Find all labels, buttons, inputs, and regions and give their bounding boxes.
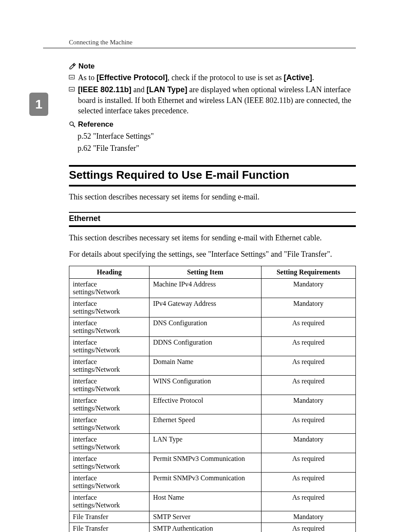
bullet-icon (69, 87, 75, 91)
table-cell: Mandatory (261, 511, 355, 523)
table-cell: Mandatory (261, 279, 355, 298)
table-cell: As required (261, 492, 355, 511)
table-cell: DNS Configuration (149, 317, 261, 337)
table-cell: File Transfer (69, 523, 149, 532)
table-row: interface settings/NetworkHost NameAs re… (69, 492, 356, 511)
table-cell: interface settings/Network (69, 453, 149, 473)
subsection-title: Ethernet (69, 214, 356, 223)
reference-label: Reference (78, 120, 113, 129)
table-cell: interface settings/Network (69, 337, 149, 356)
svg-line-1 (73, 125, 75, 128)
note-text: [IEEE 802.11b] and [LAN Type] are displa… (78, 84, 356, 116)
table-row: interface settings/NetworkIPv4 Gateway A… (69, 298, 356, 317)
table-cell: As required (261, 523, 355, 532)
reference-lines: p.52 "Interface Settings" p.62 "File Tra… (78, 131, 356, 155)
table-cell: Effective Protocol (149, 395, 261, 414)
table-cell: LAN Type (149, 434, 261, 453)
table-row: interface settings/NetworkLAN TypeMandat… (69, 434, 356, 453)
table-row: interface settings/NetworkWINS Configura… (69, 376, 356, 395)
table-row: interface settings/NetworkEffective Prot… (69, 395, 356, 414)
table-cell: Domain Name (149, 356, 261, 376)
table-header: Heading (69, 266, 149, 279)
table-cell: As required (261, 473, 355, 492)
subsection-para: For details about specifying the setting… (69, 249, 356, 260)
table-cell: interface settings/Network (69, 414, 149, 434)
table-cell: SMTP Server (149, 511, 261, 523)
table-cell: interface settings/Network (69, 395, 149, 414)
running-head: Connecting the Machine (43, 39, 356, 48)
table-cell: As required (261, 337, 355, 356)
table-cell: interface settings/Network (69, 356, 149, 376)
table-cell: As required (261, 453, 355, 473)
settings-table: Heading Setting Item Setting Requirement… (69, 266, 356, 532)
magnifier-icon (69, 121, 75, 128)
table-cell: interface settings/Network (69, 317, 149, 337)
reference-line: p.52 "Interface Settings" (78, 131, 356, 143)
table-row: interface settings/NetworkPermit SNMPv3 … (69, 473, 356, 492)
table-cell: File Transfer (69, 511, 149, 523)
svg-point-0 (70, 122, 73, 125)
note-text: As to [Effective Protocol], check if the… (78, 72, 314, 83)
section-title: Settings Required to Use E-mail Function (69, 168, 356, 182)
table-cell: Mandatory (261, 434, 355, 453)
note-item: [IEEE 802.11b] and [LAN Type] are displa… (69, 84, 356, 116)
bullet-icon (69, 75, 75, 79)
reference-line: p.62 "File Transfer" (78, 143, 356, 155)
table-cell: Mandatory (261, 395, 355, 414)
table-row: interface settings/NetworkDNS Configurat… (69, 317, 356, 337)
table-cell: Machine IPv4 Address (149, 279, 261, 298)
table-row: interface settings/NetworkMachine IPv4 A… (69, 279, 356, 298)
table-row: File TransferSMTP ServerMandatory (69, 511, 356, 523)
table-cell: interface settings/Network (69, 473, 149, 492)
table-cell: interface settings/Network (69, 434, 149, 453)
table-cell: IPv4 Gateway Address (149, 298, 261, 317)
note-list: As to [Effective Protocol], check if the… (69, 72, 356, 116)
table-header: Setting Item (149, 266, 261, 279)
table-body: interface settings/NetworkMachine IPv4 A… (69, 279, 356, 532)
table-row: interface settings/NetworkEthernet Speed… (69, 414, 356, 434)
table-row: File TransferSMTP AuthenticationAs requi… (69, 523, 356, 532)
table-cell: WINS Configuration (149, 376, 261, 395)
table-cell: Permit SNMPv3 Communication (149, 453, 261, 473)
subsection-heading: Ethernet (69, 212, 356, 227)
table-cell: Permit SNMPv3 Communication (149, 473, 261, 492)
reference-heading-row: Reference (69, 120, 356, 129)
table-cell: Host Name (149, 492, 261, 511)
table-cell: As required (261, 414, 355, 434)
table-cell: DDNS Configuration (149, 337, 261, 356)
chapter-tab: 1 (29, 93, 48, 116)
page-content: Note As to [Effective Protocol], check i… (43, 62, 356, 532)
document-page: Connecting the Machine 1 Note As to [Eff… (0, 0, 411, 532)
pencil-icon (69, 63, 76, 70)
table-cell: interface settings/Network (69, 279, 149, 298)
table-cell: As required (261, 356, 355, 376)
table-cell: Ethernet Speed (149, 414, 261, 434)
table-cell: As required (261, 376, 355, 395)
table-row: interface settings/NetworkDDNS Configura… (69, 337, 356, 356)
section-heading: Settings Required to Use E-mail Function (69, 165, 356, 187)
note-label: Note (78, 62, 95, 71)
table-row: interface settings/NetworkDomain NameAs … (69, 356, 356, 376)
section-intro: This section describes necessary set ite… (69, 193, 356, 202)
table-row: interface settings/NetworkPermit SNMPv3 … (69, 453, 356, 473)
note-heading-row: Note (69, 62, 356, 71)
table-header-row: Heading Setting Item Setting Requirement… (69, 266, 356, 279)
table-cell: As required (261, 317, 355, 337)
table-cell: SMTP Authentication (149, 523, 261, 532)
table-cell: interface settings/Network (69, 298, 149, 317)
table-cell: interface settings/Network (69, 492, 149, 511)
subsection-para: This section describes necessary set ite… (69, 232, 356, 243)
table-header: Setting Requirements (261, 266, 355, 279)
table-cell: interface settings/Network (69, 376, 149, 395)
table-cell: Mandatory (261, 298, 355, 317)
note-item: As to [Effective Protocol], check if the… (69, 72, 356, 83)
